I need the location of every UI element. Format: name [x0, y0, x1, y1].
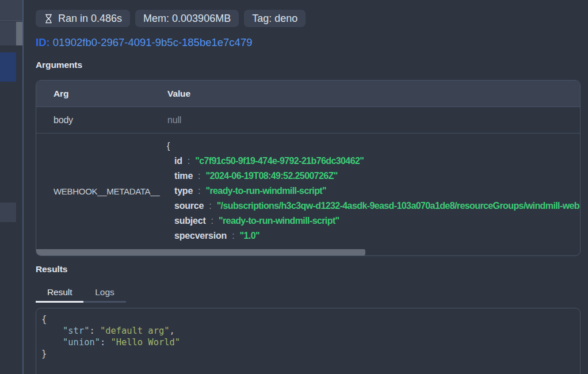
metadata-entry: subject : "ready-to-run-windmill-script" — [150, 213, 580, 228]
tag-badge: Tag: deno — [244, 10, 306, 27]
metadata-colon: : — [196, 171, 203, 181]
run-list-row[interactable] — [0, 22, 22, 45]
run-list-row-selected[interactable] — [0, 52, 16, 82]
run-detail-panel: Ran in 0.486s Mem: 0.003906MB Tag: deno … — [25, 0, 588, 374]
run-list-row[interactable] — [0, 0, 22, 21]
arg-name-cell: WEBHOOK__METADATA__ — [54, 186, 159, 196]
metadata-colon: : — [207, 201, 214, 211]
metadata-key: type — [174, 186, 193, 196]
metadata-key: source — [174, 201, 204, 211]
metadata-entry: specversion : "1.0" — [150, 228, 580, 243]
metadata-entry: time : "2024-06-19T08:49:52.2500726Z" — [150, 169, 580, 184]
arguments-table-header: Arg Value — [36, 81, 580, 107]
arg-name-cell: body — [36, 107, 150, 133]
code-key: "union" — [63, 337, 100, 348]
run-stats-badges: Ran in 0.486s Mem: 0.003906MB Tag: deno — [36, 10, 580, 27]
arg-value-null: null — [167, 115, 181, 125]
arg-column-header: Arg — [36, 81, 150, 106]
metadata-entry: type : "ready-to-run-windmill-script" — [150, 184, 580, 199]
table-horizontal-scrollbar[interactable] — [36, 249, 580, 255]
code-comma: , — [169, 326, 174, 336]
value-column-header: Value — [150, 81, 580, 106]
results-tabs: Result Logs — [36, 281, 580, 303]
metadata-key: time — [174, 171, 193, 181]
code-open-brace: { — [41, 314, 47, 325]
object-open-brace: { — [150, 139, 580, 154]
metadata-key: specversion — [174, 231, 227, 241]
job-id-row: ID: 01902fb0-2967-4091-9b5c-185be1e7c479 — [36, 36, 580, 48]
arg-cell: WEBHOOK__METADATA__ — [36, 133, 150, 249]
run-list-cell-highlight — [16, 22, 22, 45]
memory-badge-label: Mem: 0.003906MB — [143, 13, 231, 25]
code-separator: : — [89, 326, 100, 336]
metadata-entry: id : "c7f91c50-9f19-474e-9792-21b76dc304… — [150, 154, 580, 169]
webhook-metadata-object: { id : "c7f91c50-9f19-474e-9792-21b76dc3… — [150, 133, 580, 249]
metadata-value: "c7f91c50-9f19-474e-9792-21b76dc30462" — [195, 156, 364, 166]
metadata-colon: : — [185, 156, 192, 166]
table-row: WEBHOOK__METADATA__ { id : "c7f91c50-9f1… — [36, 133, 580, 249]
result-json-code: { "str": "default arg", "union": "Hello … — [41, 314, 575, 360]
code-close-brace: } — [41, 349, 47, 359]
metadata-key: subject — [174, 216, 206, 226]
job-id-value[interactable]: 01902fb0-2967-4091-9b5c-185be1e7c479 — [53, 36, 253, 48]
arguments-section-title: Arguments — [36, 60, 580, 70]
tab-result[interactable]: Result — [36, 281, 83, 303]
metadata-value: "2024-06-19T08:49:52.2500726Z" — [205, 171, 337, 181]
scrollbar-thumb[interactable] — [36, 249, 365, 255]
results-section-title: Results — [36, 264, 580, 274]
table-row: body null — [36, 107, 580, 133]
hourglass-icon — [44, 14, 54, 24]
code-key: "str" — [63, 326, 89, 336]
runs-list-sidebar — [0, 0, 24, 374]
duration-badge: Ran in 0.486s — [36, 10, 130, 27]
code-string-value: "default arg" — [100, 326, 169, 336]
metadata-value: "ready-to-run-windmill-script" — [219, 216, 339, 226]
job-id-label: ID: — [36, 36, 50, 48]
metadata-value: "ready-to-run-windmill-script" — [205, 186, 326, 196]
value-cell: null — [150, 107, 580, 133]
metadata-value: "/subscriptions/h3c3qw-d1232-4asdk-9easd… — [217, 201, 580, 211]
arguments-table: Arg Value body null WEBHOOK__METADATA__ … — [36, 80, 581, 256]
metadata-colon: : — [196, 186, 203, 196]
result-json-viewer: { "str": "default arg", "union": "Hello … — [36, 308, 581, 374]
metadata-entry: source : "/subscriptions/h3c3qw-d1232-4a… — [150, 199, 580, 213]
metadata-colon: : — [230, 231, 237, 241]
code-string-value: "Hello World" — [111, 337, 180, 348]
metadata-key: id — [174, 156, 182, 166]
tag-badge-label: Tag: deno — [252, 13, 297, 25]
code-separator: : — [100, 337, 111, 348]
tab-logs[interactable]: Logs — [83, 281, 125, 303]
metadata-value: "1.0" — [240, 231, 259, 241]
metadata-colon: : — [208, 216, 216, 226]
run-list-row[interactable] — [0, 203, 16, 222]
duration-badge-label: Ran in 0.486s — [58, 13, 122, 25]
memory-badge: Mem: 0.003906MB — [135, 10, 239, 27]
